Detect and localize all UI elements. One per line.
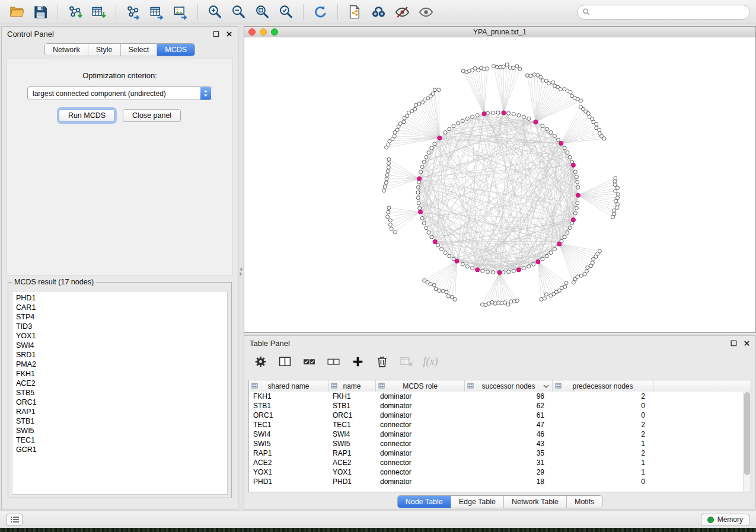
open-file-button[interactable]: [6, 2, 28, 22]
cell-shared-name: SWI5: [249, 439, 328, 448]
import-network-button[interactable]: [64, 2, 86, 22]
toolbar-separator: [337, 4, 338, 20]
float-panel-icon[interactable]: [213, 31, 219, 37]
mcds-tab-content: Optimization criterion: largest connecte…: [7, 59, 233, 275]
mcds-result-list[interactable]: PHD1CAR1STP4TID3YOX1SWI4SRD1PMA2FKH1ACE2…: [12, 291, 228, 495]
window-minimize-icon[interactable]: [260, 28, 267, 36]
mcds-result-item[interactable]: PMA2: [16, 360, 227, 369]
create-column-button[interactable]: [347, 351, 368, 371]
find-button[interactable]: [368, 2, 390, 22]
table-settings-button[interactable]: [250, 351, 270, 371]
save-session-button[interactable]: [30, 2, 52, 22]
close-table-panel-icon[interactable]: [744, 340, 750, 347]
hide-selected-button[interactable]: [391, 2, 413, 22]
desktop-background: [0, 528, 756, 532]
show-all-button[interactable]: [415, 2, 437, 22]
mcds-result-item[interactable]: ORC1: [16, 398, 227, 407]
table-scrollbar[interactable]: [743, 392, 751, 492]
select-all-rows-button[interactable]: [299, 351, 319, 371]
criterion-select[interactable]: largest connected component (undirected): [27, 86, 212, 100]
tab-motifs[interactable]: Motifs: [567, 496, 602, 508]
table-row[interactable]: YOX1YOX1connector291: [249, 467, 751, 477]
cell-MCDS-role: connector: [376, 439, 465, 448]
tab-edge-table[interactable]: Edge Table: [451, 496, 504, 508]
select-all-icon: [302, 354, 317, 369]
mcds-result-item[interactable]: CAR1: [16, 303, 227, 312]
zoom-selected-button[interactable]: [275, 2, 297, 22]
tab-select[interactable]: Select: [121, 44, 158, 56]
run-mcds-button[interactable]: Run MCDS: [59, 109, 115, 122]
memory-button[interactable]: Memory: [701, 514, 749, 526]
table-row[interactable]: ORC1ORC1dominator610: [249, 411, 751, 420]
table-row[interactable]: STB1STB1dominator620: [249, 401, 751, 411]
mcds-result-item[interactable]: SRD1: [16, 350, 227, 360]
close-panel-icon[interactable]: [226, 31, 232, 37]
zoom-selected-icon: [278, 4, 294, 20]
cell-name: PHD1: [328, 477, 376, 486]
zoom-in-button[interactable]: [204, 2, 226, 22]
cell-successor-nodes: 18: [465, 477, 553, 486]
table-row[interactable]: PHD1PHD1dominator180: [249, 477, 751, 486]
table-row[interactable]: RAP1RAP1dominator352: [249, 448, 751, 458]
mcds-result-item[interactable]: YOX1: [16, 331, 227, 341]
network-window-titlebar[interactable]: YPA_prune.txt_1: [244, 27, 755, 37]
scrollbar-thumb[interactable]: [744, 392, 750, 475]
column-header-MCDS-role[interactable]: MCDS role: [376, 380, 465, 392]
window-close-icon[interactable]: [248, 28, 256, 36]
list-icon: [10, 515, 20, 524]
mcds-result-item[interactable]: STB5: [16, 388, 227, 398]
float-table-panel-icon[interactable]: [731, 340, 737, 347]
column-header-successor-nodes[interactable]: successor nodes: [465, 380, 553, 392]
delete-column-button[interactable]: [372, 351, 392, 371]
mcds-result-item[interactable]: SWI4: [16, 341, 227, 350]
deselect-all-rows-button[interactable]: [323, 351, 343, 371]
mcds-result-item[interactable]: FKH1: [16, 369, 227, 379]
mcds-result-title: MCDS result (17 nodes): [12, 278, 96, 286]
table-row[interactable]: SWI4SWI4dominator462: [249, 430, 751, 439]
window-maximize-icon[interactable]: [271, 28, 278, 36]
table-row[interactable]: SWI5SWI5connector431: [249, 439, 751, 448]
task-history-button[interactable]: [7, 514, 23, 525]
export-table-button[interactable]: [146, 2, 168, 22]
mcds-result-item[interactable]: GCR1: [16, 445, 227, 454]
tab-network-table[interactable]: Network Table: [504, 496, 567, 508]
zoom-fit-button[interactable]: [251, 2, 273, 22]
export-image-icon: [173, 4, 189, 20]
show-column-panel-button[interactable]: [275, 351, 295, 371]
select-stepper-icon: [200, 87, 211, 100]
mcds-result-item[interactable]: STP4: [16, 312, 227, 322]
mcds-result-item[interactable]: ACE2: [16, 379, 227, 388]
tab-network[interactable]: Network: [45, 44, 88, 56]
column-header-name[interactable]: name: [328, 380, 376, 392]
mcds-result-item[interactable]: STB1: [16, 416, 227, 426]
mcds-result-item[interactable]: RAP1: [16, 407, 227, 416]
share-document-button[interactable]: [344, 2, 366, 22]
tab-style[interactable]: Style: [88, 44, 121, 56]
sort-indicator-icon[interactable]: [543, 384, 549, 389]
table-toolbar: f(x): [250, 351, 441, 371]
tab-node-table[interactable]: Node Table: [398, 496, 451, 508]
mcds-result-item[interactable]: TEC1: [16, 435, 227, 445]
search-input[interactable]: [577, 5, 750, 20]
column-header-shared-name[interactable]: shared name: [249, 380, 328, 392]
mcds-result-item[interactable]: TID3: [16, 322, 227, 331]
mcds-result-item[interactable]: PHD1: [16, 293, 227, 303]
table-row[interactable]: FKH1FKH1dominator962: [249, 392, 751, 401]
column-label: successor nodes: [481, 382, 535, 390]
close-mcds-panel-button[interactable]: Close panel: [123, 109, 181, 122]
zoom-fit-icon: [254, 4, 270, 20]
export-image-button[interactable]: [170, 2, 192, 22]
tab-mcds[interactable]: MCDS: [157, 44, 194, 56]
cell-name: ACE2: [328, 458, 376, 467]
refresh-view-button[interactable]: [310, 2, 331, 22]
column-header-predecessor-nodes[interactable]: predecessor nodes: [553, 380, 653, 392]
table-row[interactable]: TEC1TEC1connector472: [249, 420, 751, 430]
import-table-button[interactable]: [88, 2, 110, 22]
zoom-out-button[interactable]: [228, 2, 250, 22]
mcds-result-item[interactable]: SWI5: [16, 426, 227, 435]
network-canvas[interactable]: [244, 37, 755, 332]
vertical-splitter[interactable]: [238, 26, 244, 510]
export-network-button[interactable]: [122, 2, 144, 22]
table-row[interactable]: ACE2ACE2connector311: [249, 458, 751, 467]
save-icon: [33, 4, 49, 20]
